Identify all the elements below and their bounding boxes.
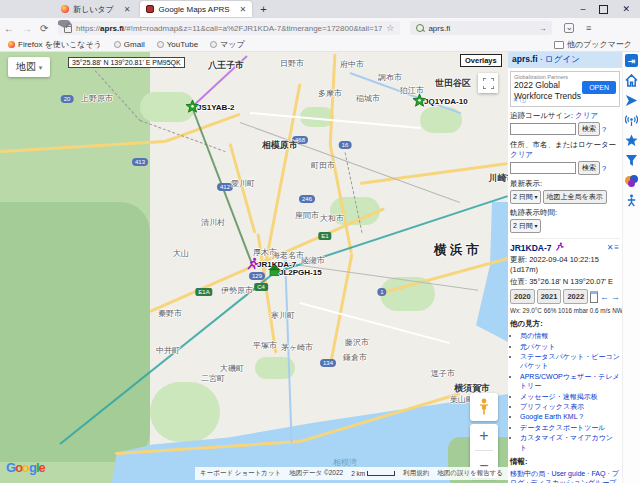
customize-account-link[interactable]: カスタマイズ・マイアカウント [520,434,613,450]
raw-packets-link[interactable]: 元パケット [520,343,556,350]
map-place-label: 横浜市 [434,241,482,259]
station-menu-icon[interactable]: ≡ [614,243,620,252]
route-shield: 129 [249,272,265,280]
menu-icon[interactable]: ≡ [586,23,591,33]
back-button[interactable]: ← [4,23,14,34]
bookmark-maps[interactable]: マップ [210,39,245,50]
home-icon[interactable] [625,74,638,87]
info-links[interactable]: 移動中の局 · User guide · FAQ · ブログ · ディスカッショ… [510,469,620,483]
tab-new-tab[interactable]: 新しいタブ ✕ [55,1,136,17]
scale-bar [367,471,395,476]
info-title: 情報: [510,457,620,467]
trail-select[interactable]: 2 日間 [510,219,541,233]
status-packets-link[interactable]: ステータスパケット・ビーコンパケット [520,353,620,369]
prev-arrow[interactable]: ← [600,292,609,302]
layers-palette-icon[interactable] [625,174,638,187]
station-marker-jq1yda-10[interactable]: JQ1YDA-10 [413,94,425,106]
station-marker-jl2pgh-15[interactable]: JL2PGH-15 [268,265,280,277]
search-go-icon[interactable]: → [538,24,546,33]
year-2021-button[interactable]: 2021 [537,289,562,304]
star-icon[interactable] [625,134,638,147]
station-marker-jr1kda-7[interactable]: JR1KDA-7 [246,257,258,269]
route-shield: 413 [132,158,148,166]
map-place-label: 座間市 [295,210,319,221]
year-2020-button[interactable]: 2020 [510,289,535,304]
fullscreen-button[interactable] [478,73,498,93]
messages-link[interactable]: メッセージ・速報掲示板 [520,393,598,400]
window-close-button[interactable]: ✕ [622,4,630,14]
map-type-button[interactable]: 地図 ▾ [8,57,50,77]
help-link[interactable]: ? [602,164,606,173]
tab-close-icon[interactable]: ✕ [240,5,247,14]
show-all-stations-button[interactable]: 地図上全局を表示 [543,190,607,204]
ad-open-button[interactable]: OPEN [582,81,616,94]
map-place-label: 平塚市 [253,340,277,351]
bookmark-firefox-tips[interactable]: Firefox を使いこなそう [8,39,102,50]
bookmark-star-icon[interactable]: ☆ [386,23,394,33]
clear-link[interactable]: クリア [575,111,598,120]
station-marker-js1yab-2[interactable]: JS1YAB-2 [186,100,198,112]
weather-telemetry-link[interactable]: APRS/CWOPウェザー・テレメトリー [520,373,620,389]
pegman-button[interactable] [470,393,498,421]
tab-close-icon[interactable]: ✕ [124,5,131,14]
url-field[interactable]: https://aprs.fi/#!mt=roadmap&z=11&call=a… [58,21,400,35]
clear-link[interactable]: クリア [510,150,533,159]
search-button[interactable]: 検索 [578,122,600,136]
login-link[interactable]: ログイン [545,54,580,64]
range-select[interactable]: 2 日間 [510,190,541,204]
list-item: 局の情報 [520,331,620,340]
keyboard-shortcuts-link[interactable]: キーボード ショートカット [200,469,281,478]
station-info-link[interactable]: 局の情報 [520,332,548,339]
ad-banner-top[interactable]: Globalization Partners 2022 Global Workf… [510,71,620,107]
weather-summary: Wx: 29.0°C 66% 1016 mbar 0.6 m/s NW [510,307,620,314]
bookmark-gmail[interactable]: Gmail [114,40,145,49]
pedestrian-icon[interactable] [625,194,638,207]
prefix-browse-link[interactable]: プリフィックス表示 [520,403,584,410]
overlays-button[interactable]: Overlays [460,54,502,67]
terms-link[interactable]: 利用規約 [403,469,429,478]
station-callsign[interactable]: JR1KDA-7 [510,243,552,253]
tab-google-maps-aprs[interactable]: Google Maps APRS ✕ [140,1,252,17]
calendar-icon[interactable] [590,291,598,303]
window-minimize-button[interactable]: – [580,4,585,14]
navigate-icon[interactable] [625,94,638,107]
report-map-error-link[interactable]: 地図の誤りを報告する [437,469,503,478]
map-place-label: 上野原市 [81,93,113,104]
route-shield: E1 [318,232,331,240]
station-callsign-label: JQ1YDA-10 [424,97,468,106]
antenna-icon[interactable] [625,114,638,127]
new-tab-button[interactable]: + [260,3,266,15]
pocket-icon[interactable]: ⌄ [564,23,574,33]
map-place-label: 綾瀬市 [301,255,325,266]
reload-button[interactable]: ⟳ [40,23,48,34]
map-place-label: 秦野市 [158,308,182,319]
address-input[interactable] [510,162,576,174]
sidebar-header: aprs.fi · ログイン [508,52,622,68]
track-callsign-input[interactable] [510,123,576,135]
lock-icon[interactable] [64,26,72,33]
ad-choice-icons[interactable]: ✕ ⓘ [513,96,526,105]
map-place-label: 八王子市 [208,59,244,72]
window-maximize-button[interactable] [599,5,608,14]
next-arrow[interactable]: → [611,292,620,302]
google-logo: Google [6,460,45,475]
map-attribution-bar: キーボード ショートカット 地図データ ©2022 2 km 利用規約 地図の誤… [195,467,508,480]
map-place-label: 大和市 [320,213,344,224]
map-canvas[interactable]: 20413412164682461291134E1E1AC4八王子市日野市府中市… [0,52,508,483]
zoom-in-button[interactable]: + [479,427,488,445]
data-export-link[interactable]: データエクスポートツール [520,424,605,431]
list-item: APRS/CWOPウェザー・テレメトリー [520,372,620,391]
list-item: プリフィックス表示 [520,402,620,411]
google-earth-kml-link[interactable]: Google Earth KML ? [520,413,583,420]
forward-button[interactable]: → [22,23,32,34]
folder-icon [554,41,564,49]
other-bookmarks-button[interactable]: 他のブックマーク [554,39,640,50]
filter-icon[interactable] [625,154,638,167]
search-input[interactable]: aprs.fi → [410,21,552,35]
bookmark-youtube[interactable]: YouTube [157,40,198,49]
other-views-list: 局の情報 元パケット ステータスパケット・ビーコンパケット APRS/CWOPウ… [512,331,620,452]
year-2022-button[interactable]: 2022 [563,289,588,304]
help-link[interactable]: ? [602,125,606,134]
search-button[interactable]: 検索 [578,161,600,175]
collapse-sidebar-icon[interactable]: ⇥ [625,54,638,67]
